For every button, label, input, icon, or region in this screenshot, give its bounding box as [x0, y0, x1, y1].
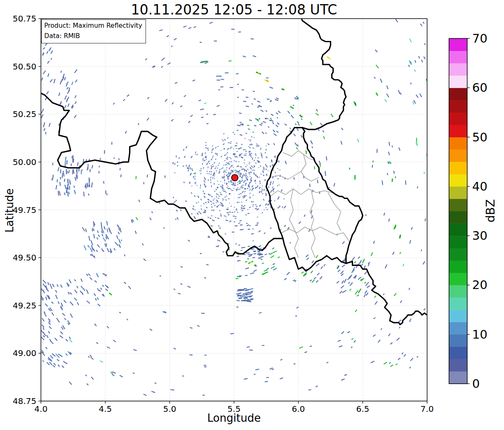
echo-dash: [64, 300, 66, 303]
echo-dash: [281, 189, 282, 191]
echo-dash: [143, 394, 147, 395]
echo-dash: [95, 298, 96, 300]
echo-dash: [411, 227, 413, 229]
echo-dash: [184, 96, 186, 97]
echo-dash: [243, 196, 245, 196]
radar-site-marker: [232, 174, 238, 181]
echo-dash: [248, 139, 249, 140]
colorbar-band: [449, 112, 467, 125]
echo-dash: [424, 43, 425, 45]
echo-dash: [86, 229, 86, 232]
echo-dash: [91, 357, 93, 360]
echo-dash: [75, 96, 76, 98]
echo-dash: [284, 207, 285, 208]
echo-dash: [177, 165, 178, 167]
y-tick-label: 50.25: [13, 109, 36, 119]
echo-dash: [238, 166, 239, 167]
echo-dash: [209, 173, 209, 174]
echo-dash: [254, 167, 254, 167]
echo-dash: [160, 276, 161, 277]
echo-dash: [274, 134, 277, 136]
country-border-path: [41, 93, 283, 256]
echo-dash: [321, 266, 323, 269]
echo-dash: [48, 322, 50, 325]
echo-dash: [246, 223, 247, 224]
echo-dash: [230, 333, 234, 334]
echo-dash: [253, 205, 254, 205]
echo-dash: [251, 156, 252, 158]
echo-dash: [189, 165, 189, 167]
echo-dash: [201, 184, 201, 186]
colorbar-tick-label: 50: [472, 130, 487, 144]
echo-dash: [206, 186, 206, 187]
echo-dash: [203, 61, 207, 62]
echo-dash: [236, 256, 239, 256]
echo-dash: [216, 202, 217, 203]
echo-dash: [73, 155, 73, 158]
echo-dash: [209, 163, 210, 164]
echo-dash: [74, 69, 77, 73]
echo-dash: [70, 313, 72, 318]
echo-dash: [71, 163, 72, 166]
echo-dash: [90, 248, 92, 252]
echo-dash: [229, 212, 231, 212]
colorbar-band: [449, 186, 467, 199]
echo-dash: [213, 203, 214, 204]
echo-dash: [241, 208, 243, 209]
echo-dash: [61, 71, 62, 73]
echo-dash: [178, 293, 180, 294]
echo-dash: [244, 378, 248, 379]
echo-dash: [193, 208, 194, 210]
colorbar-tick-label: 10: [472, 327, 487, 342]
echo-dash: [68, 104, 69, 107]
echo-dash: [365, 272, 367, 274]
echo-dash: [220, 192, 221, 193]
echo-dash: [257, 107, 259, 108]
echo-dash: [253, 257, 256, 258]
echo-dash: [242, 180, 243, 182]
echo-dash: [371, 361, 374, 363]
echo-dash: [270, 253, 272, 255]
echo-dash: [317, 273, 320, 275]
echo-dash: [205, 145, 207, 146]
echo-dash: [86, 184, 86, 189]
echo-dash: [220, 205, 221, 205]
echo-dash: [243, 56, 246, 57]
echo-dash: [107, 347, 110, 349]
echo-dash: [262, 189, 263, 191]
echo-dash: [196, 202, 197, 203]
echo-dash: [217, 181, 218, 182]
echo-dash: [375, 50, 377, 52]
echo-dash: [193, 205, 194, 207]
product-info-box: Product: Maximum Reflectivity Data: RMIB: [41, 19, 146, 43]
echo-dash: [268, 143, 269, 145]
echo-dash: [244, 149, 246, 150]
echo-dash: [214, 162, 215, 164]
echo-dash: [239, 171, 239, 171]
echo-dash: [225, 234, 226, 234]
echo-dash: [231, 147, 232, 147]
echo-dash: [118, 232, 119, 234]
echo-dash: [260, 149, 261, 150]
echo-dash: [49, 321, 50, 322]
echo-dash: [184, 182, 184, 183]
colorbar-band: [449, 137, 467, 150]
echo-dash: [385, 99, 387, 102]
colorbar-band: [449, 236, 467, 248]
echo-dash: [236, 301, 240, 301]
echo-dash: [60, 101, 61, 105]
echo-dash: [389, 219, 389, 222]
echo-dash: [290, 128, 291, 129]
echo-dash: [196, 182, 196, 183]
echo-dash: [237, 202, 238, 203]
echo-dash: [254, 265, 256, 265]
echo-dash: [239, 122, 241, 122]
echo-dash: [89, 185, 90, 187]
echo-dash: [424, 172, 424, 174]
echo-dash: [217, 105, 220, 107]
echo-dash: [270, 101, 271, 102]
echo-dash: [259, 312, 261, 313]
echo-dash: [389, 142, 389, 146]
echo-dash: [105, 289, 108, 291]
echo-dash: [60, 284, 62, 287]
